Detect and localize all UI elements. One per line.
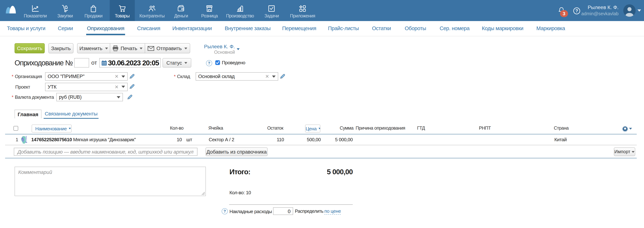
combo-caret-icon[interactable] — [122, 75, 125, 77]
print-button[interactable]: Печать — [110, 43, 145, 53]
subnav-item-marking[interactable]: Маркировка — [536, 21, 565, 36]
org-combo[interactable]: ООО "ПРИМЕР" ✕ — [45, 72, 128, 81]
add-from-catalog-button[interactable]: Добавить из справочника — [206, 147, 268, 156]
subnav-item-internal-orders[interactable]: Внутренние заказы — [225, 21, 270, 36]
column-gtd[interactable]: ГТД — [417, 122, 425, 134]
product-image[interactable] — [20, 135, 28, 146]
column-sum[interactable]: Сумма — [340, 122, 354, 134]
send-button-label: Отправить — [156, 45, 182, 51]
nav-item-dashboard[interactable]: Показатели — [19, 0, 52, 21]
nav-item-tasks[interactable]: Задачи — [259, 0, 284, 21]
chevron-down-icon — [629, 128, 632, 129]
subnav-item-marking-codes[interactable]: Коды маркировки — [482, 21, 523, 36]
close-button[interactable]: Закрыть — [48, 43, 74, 53]
distribute-mode-link[interactable]: по цене — [324, 208, 341, 214]
send-button[interactable]: Отправить — [145, 43, 190, 53]
combo-caret-icon[interactable] — [122, 86, 125, 88]
save-button[interactable]: Сохранить — [14, 43, 45, 53]
user-email: admin@sevkavlab — [567, 11, 618, 17]
user-menu[interactable]: Рылеев К. Ф. admin@sevkavlab — [567, 4, 618, 17]
currency-edit-pencil-icon[interactable] — [127, 94, 132, 101]
select-all-checkbox[interactable] — [14, 126, 18, 131]
warehouse-combo[interactable]: Основной склад ✕ — [196, 72, 278, 81]
overhead-help-icon[interactable]: ? — [222, 208, 228, 216]
chart-line-icon — [31, 4, 40, 13]
notifications-badge[interactable]: 3 — [560, 10, 568, 17]
nav-item-label: Розница — [201, 13, 218, 19]
column-rnpt[interactable]: РНПТ — [479, 122, 491, 134]
total-label: Итого: — [230, 168, 250, 176]
moysklad-logo[interactable] — [6, 5, 16, 13]
comment-textarea[interactable]: Комментарий — [14, 167, 206, 196]
table-row[interactable]: 1 1476522528075610 Мягкая игрушка "Диноз… — [0, 134, 644, 145]
subnav-item-goods-services[interactable]: Товары и услуги — [7, 21, 45, 36]
clear-icon[interactable]: ✕ — [265, 74, 269, 79]
table-settings-gear[interactable] — [622, 126, 632, 131]
currency-combo[interactable]: руб (RUB) — [56, 93, 123, 101]
nav-item-apps[interactable]: Приложения — [285, 0, 320, 21]
warehouse-value: Основной склад — [198, 74, 265, 79]
apps-grid-icon — [298, 4, 307, 13]
project-combo[interactable]: УТК ✕ — [45, 83, 128, 91]
column-price-sort-button[interactable]: Цена — [305, 125, 320, 133]
chevron-down-icon — [140, 47, 143, 49]
overhead-input[interactable] — [273, 207, 293, 215]
nav-item-production[interactable]: Производство — [221, 0, 259, 21]
totals-divider — [229, 205, 353, 205]
nav-item-retail[interactable]: Розница — [196, 0, 223, 21]
nav-item-purchases[interactable]: Закупки — [52, 0, 78, 21]
status-button[interactable]: Статус — [162, 58, 191, 67]
clear-icon[interactable]: ✕ — [114, 84, 118, 89]
project-edit-pencil-icon[interactable] — [130, 84, 134, 90]
owner-selector[interactable]: Рылеев К. Ф. Основной — [198, 43, 235, 55]
owner-caret-icon[interactable] — [237, 48, 240, 50]
edit-button[interactable]: Изменить — [77, 43, 110, 53]
subnav-item-inventories[interactable]: Инвентаризации — [172, 21, 212, 36]
chevron-down-icon — [184, 62, 188, 64]
shopping-cart-icon — [118, 4, 127, 13]
org-edit-pencil-icon[interactable] — [130, 74, 134, 80]
import-button[interactable]: Импорт — [614, 147, 635, 156]
column-name-label: Наименование — [35, 126, 67, 131]
subnav-item-serial-numbers[interactable]: Сер. номера — [440, 21, 470, 36]
resize-handle[interactable] — [202, 192, 205, 195]
subnav-item-series[interactable]: Серии — [58, 21, 73, 36]
nav-item-goods[interactable]: Товары — [110, 0, 134, 21]
add-position-input[interactable]: Добавить позицию — введите наименование,… — [14, 148, 198, 156]
row-number: 1 — [13, 134, 18, 145]
posted-label: Проведено — [222, 58, 245, 67]
nav-item-counterparties[interactable]: Контрагенты — [134, 0, 170, 21]
tab-linked-docs[interactable]: Связанные документы — [44, 110, 98, 119]
svg-text:?: ? — [208, 61, 210, 65]
factory-chart-icon — [236, 4, 244, 13]
total-value: 5 000,00 — [327, 168, 353, 176]
status-button-label: Статус — [166, 60, 182, 65]
subnav-item-stock[interactable]: Остатки — [372, 21, 391, 36]
subnav-item-incomes[interactable]: Оприходования — [87, 21, 124, 36]
product-code: 1476522528075610 — [31, 137, 72, 142]
posted-help-icon[interactable]: ? — [206, 60, 212, 68]
avatar[interactable] — [623, 4, 636, 17]
warehouse-edit-pencil-icon[interactable] — [280, 74, 285, 80]
doc-date-field[interactable]: 30.06.2023 20:05 — [99, 58, 161, 67]
tab-main[interactable]: Главная — [14, 110, 42, 118]
combo-caret-icon[interactable] — [272, 75, 276, 77]
nav-item-sales[interactable]: Продажи — [80, 0, 108, 21]
column-qty[interactable]: Кол-во — [170, 122, 184, 134]
combo-caret-icon[interactable] — [117, 96, 120, 98]
user-menu-caret-icon[interactable] — [638, 9, 641, 12]
column-country[interactable]: Страна — [554, 122, 568, 134]
clear-icon[interactable]: ✕ — [114, 74, 118, 79]
column-name-sort-button[interactable]: Наименование — [32, 125, 72, 133]
subnav-item-movements[interactable]: Перемещения — [282, 21, 316, 36]
column-cell[interactable]: Ячейка — [208, 122, 223, 134]
doc-title: Оприходование № — [14, 58, 72, 67]
subnav-item-turnover[interactable]: Обороты — [405, 21, 426, 36]
doc-number-input[interactable] — [74, 58, 89, 67]
posted-checkbox[interactable] — [215, 60, 220, 65]
column-stock[interactable]: Остаток — [267, 122, 283, 134]
subnav-item-writeoffs[interactable]: Списания — [137, 21, 160, 36]
column-reason[interactable]: Причина оприходования — [356, 122, 405, 134]
subnav-item-pricelists[interactable]: Прайс-листы — [328, 21, 359, 36]
nav-item-money[interactable]: Деньги — [169, 0, 193, 21]
